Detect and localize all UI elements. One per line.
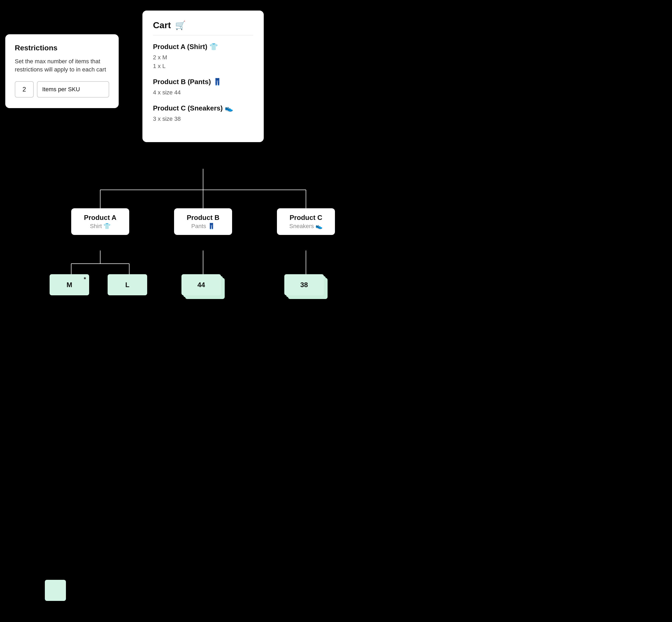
lone-node [45, 580, 66, 601]
sku-44-label: 44 [198, 281, 205, 289]
tree-connectors [0, 169, 672, 380]
sku-38-node[interactable]: 38 [284, 274, 324, 295]
product-a-name: Product A [78, 214, 122, 222]
product-a-node: Product A Shirt 👕 [71, 208, 129, 235]
restrictions-description: Set the max number of items that restric… [15, 58, 109, 74]
cart-title: Cart [153, 20, 171, 30]
product-a-sub: Shirt 👕 [78, 223, 122, 230]
sku-m-star: * [83, 276, 86, 283]
cart-product-a-name: Product A (Shirt) 👕 [153, 43, 253, 51]
restrictions-input-row: 2 Items per SKU [15, 81, 109, 98]
cart-icon: 🛒 [175, 20, 186, 30]
sneakers-icon: 👟 [225, 104, 233, 112]
shirt-icon: 👕 [209, 43, 218, 51]
restrictions-label-input[interactable]: Items per SKU [37, 81, 109, 98]
cart-product-c-detail-1: 3 x size 38 [153, 114, 253, 123]
cart-product-a-detail-2: 1 x L [153, 62, 253, 70]
pants-icon: 👖 [213, 78, 222, 86]
restrictions-card: Restrictions Set the max number of items… [5, 34, 119, 108]
product-c-node: Product C Sneakers 👟 [277, 208, 335, 235]
product-b-pants-icon: 👖 [208, 223, 215, 230]
product-c-sneakers-icon: 👟 [315, 223, 323, 230]
sku-l-label: L [125, 281, 130, 289]
restrictions-number-input[interactable]: 2 [15, 81, 34, 98]
sku-44-node[interactable]: 44 [181, 274, 221, 295]
product-a-shirt-icon: 👕 [103, 223, 110, 230]
cart-card: Cart 🛒 Product A (Shirt) 👕 2 x M 1 x L P… [142, 10, 264, 142]
cart-product-c: Product C (Sneakers) 👟 3 x size 38 [153, 104, 253, 123]
product-c-sub: Sneakers 👟 [284, 223, 328, 230]
cart-product-c-name: Product C (Sneakers) 👟 [153, 104, 253, 112]
sku-l-node[interactable]: L [108, 274, 147, 295]
cart-product-a: Product A (Shirt) 👕 2 x M 1 x L [153, 43, 253, 70]
cart-product-b: Product B (Pants) 👖 4 x size 44 [153, 78, 253, 97]
product-b-node: Product B Pants 👖 [174, 208, 232, 235]
cart-product-b-name: Product B (Pants) 👖 [153, 78, 253, 86]
product-b-name: Product B [181, 214, 225, 222]
cart-product-a-detail-1: 2 x M [153, 53, 253, 62]
cart-product-b-detail-1: 4 x size 44 [153, 88, 253, 97]
sku-38-label: 38 [300, 281, 308, 289]
cart-divider [153, 35, 253, 35]
product-b-sub: Pants 👖 [181, 223, 225, 230]
sku-m-node[interactable]: M * [49, 274, 89, 295]
product-c-name: Product C [284, 214, 328, 222]
sku-m-label: M [66, 281, 72, 289]
cart-header: Cart 🛒 [153, 20, 253, 30]
restrictions-title: Restrictions [15, 44, 109, 52]
